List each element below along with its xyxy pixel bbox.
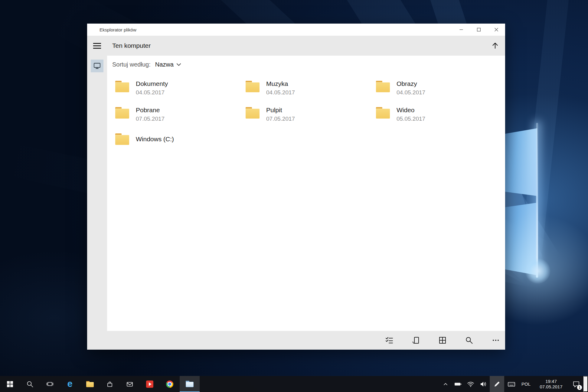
chevron-down-icon [177, 63, 181, 66]
folder-name: Obrazy [397, 80, 425, 88]
folder-text: Windows (C:) [136, 135, 174, 143]
folder-date: 04.05.2017 [266, 89, 295, 96]
folder-icon [376, 81, 390, 92]
mail-envelope-icon [126, 381, 133, 388]
rotate-view-icon [412, 336, 420, 345]
sort-dropdown[interactable]: Nazwa [153, 61, 183, 68]
folder-text: Pobrane 07.05.2017 [136, 106, 165, 122]
taskbar-file-explorer-app-active-button[interactable] [180, 376, 200, 392]
drive-item-windows-c[interactable]: Windows (C:) [115, 132, 246, 159]
folder-item-pobrane[interactable]: Pobrane 07.05.2017 [115, 106, 246, 132]
battery-icon [454, 381, 462, 387]
folder-icon [246, 107, 260, 119]
taskbar-red-media-app-button[interactable] [140, 376, 160, 392]
folder-grid: Dokumenty 04.05.2017 Muzyka 04.05.2017 [115, 80, 505, 159]
volume-button[interactable] [477, 376, 490, 392]
navigation-header: Ten komputer [87, 36, 505, 56]
folder-name: Dokumenty [136, 80, 168, 88]
search-icon [26, 381, 34, 388]
sidebar-item-this-pc[interactable] [91, 60, 103, 72]
more-options-button[interactable] [489, 333, 503, 347]
close-button[interactable] [488, 24, 505, 36]
minimize-button[interactable] [452, 24, 470, 36]
hidden-icons-button[interactable] [439, 376, 452, 392]
folder-text: Wideo 05.05.2017 [397, 106, 425, 122]
drive-icon [115, 133, 129, 145]
edge-icon: e [67, 379, 72, 388]
bottom-app-bar [87, 331, 505, 350]
grid-view-button[interactable] [436, 333, 449, 347]
folder-text: Dokumenty 04.05.2017 [136, 80, 168, 96]
taskbar-chrome-button[interactable] [160, 376, 180, 392]
hamburger-icon [93, 43, 101, 44]
language-code: POL [521, 381, 531, 387]
folder-item-dokumenty[interactable]: Dokumenty 04.05.2017 [115, 80, 246, 106]
pen-icon [493, 381, 501, 388]
taskbar-edge-button[interactable]: e [60, 376, 80, 392]
window-controls [452, 24, 505, 36]
select-items-button[interactable] [382, 333, 396, 347]
start-button[interactable] [0, 376, 20, 392]
clock[interactable]: 19:47 07.05.2017 [533, 376, 569, 392]
folder-text: Pulpit 07.05.2017 [266, 106, 295, 122]
sort-bar: Sortuj według: Nazwa [112, 61, 505, 68]
maximize-icon [477, 28, 481, 31]
hamburger-icon [93, 45, 101, 46]
navigate-up-button[interactable] [485, 36, 505, 56]
file-explorer-icon [86, 381, 94, 387]
folder-date: 04.05.2017 [136, 89, 168, 96]
content-area: Sortuj według: Nazwa Dokumenty 04.05.201… [107, 56, 505, 331]
store-bag-icon [106, 381, 113, 388]
rotate-view-button[interactable] [409, 333, 423, 347]
close-icon [495, 28, 498, 31]
sort-label: Sortuj według: [112, 61, 151, 68]
hamburger-menu-button[interactable] [87, 36, 107, 56]
folder-icon [246, 81, 260, 92]
task-view-button[interactable] [40, 376, 60, 392]
taskbar-file-explorer-button[interactable] [80, 376, 100, 392]
folder-icon [115, 81, 129, 92]
taskbar-store-button[interactable] [100, 376, 120, 392]
maximize-button[interactable] [470, 24, 488, 36]
search-button[interactable] [462, 333, 476, 347]
taskbar-mail-button[interactable] [120, 376, 140, 392]
desktop: Eksplorator plików Ten komputer [0, 0, 588, 392]
folder-item-obrazy[interactable]: Obrazy 04.05.2017 [376, 80, 505, 106]
search-icon [465, 336, 473, 345]
folder-name: Pulpit [266, 106, 295, 114]
folder-text: Obrazy 04.05.2017 [397, 80, 425, 96]
navigation-rail [87, 56, 107, 331]
touch-keyboard-button[interactable] [504, 376, 519, 392]
folder-date: 05.05.2017 [397, 115, 425, 122]
wifi-icon [467, 381, 474, 387]
folder-date: 04.05.2017 [397, 89, 425, 96]
select-items-icon [385, 336, 394, 345]
folder-name: Pobrane [136, 106, 165, 114]
clock-date: 07.05.2017 [540, 384, 562, 390]
taskbar: e [0, 376, 588, 392]
folder-item-muzyka[interactable]: Muzyka 04.05.2017 [246, 80, 376, 106]
file-explorer-window: Eksplorator plików Ten komputer [87, 24, 505, 350]
folder-date: 07.05.2017 [136, 115, 165, 122]
folder-item-wideo[interactable]: Wideo 05.05.2017 [376, 106, 505, 132]
page-title: Ten komputer [112, 42, 151, 49]
window-title: Eksplorator plików [100, 27, 136, 32]
pen-button[interactable] [490, 376, 504, 392]
system-tray: POL 19:47 07.05.2017 1 [439, 376, 588, 392]
keyboard-icon [508, 381, 515, 387]
folder-icon [115, 107, 129, 119]
folder-date: 07.05.2017 [266, 115, 295, 122]
folder-name: Muzyka [266, 80, 295, 88]
action-center-button[interactable]: 1 [569, 376, 583, 392]
folder-name: Wideo [397, 106, 425, 114]
grid-view-icon [438, 336, 447, 345]
show-desktop-button[interactable] [583, 376, 588, 392]
taskbar-search-button[interactable] [20, 376, 40, 392]
file-explorer-app-icon [186, 381, 194, 387]
red-media-app-icon [146, 381, 153, 388]
language-indicator[interactable]: POL [519, 376, 533, 392]
wifi-button[interactable] [464, 376, 477, 392]
battery-button[interactable] [452, 376, 464, 392]
windows-start-icon [7, 381, 13, 387]
folder-item-pulpit[interactable]: Pulpit 07.05.2017 [246, 106, 376, 132]
